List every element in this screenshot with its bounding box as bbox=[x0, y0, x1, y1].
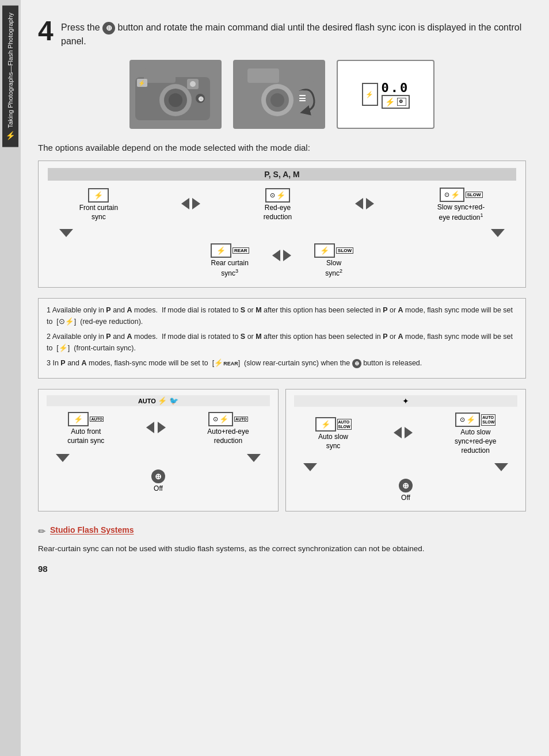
svg-point-6 bbox=[190, 81, 196, 87]
arrow-3 bbox=[272, 250, 292, 264]
arrow-1 bbox=[181, 198, 201, 212]
auto-red-eye-label: Auto+red-eyereduction bbox=[207, 427, 249, 445]
auto-front-curtain: ⚡ AUTO Auto frontcurtain sync bbox=[67, 412, 104, 445]
mode-table-header: P, S, A, M bbox=[48, 168, 516, 181]
auto-left-off-icon: ⊕ bbox=[151, 469, 165, 483]
auto-label-1: AUTO bbox=[90, 417, 104, 422]
images-row: ⊕ ⚡ ☰ bbox=[38, 60, 526, 129]
auto-tables-row: AUTO ⚡ 🐦 ⚡ AUTO Auto frontcurtain sync bbox=[38, 389, 526, 511]
camera-image-2: ☰ bbox=[233, 60, 325, 129]
auto-table-right-header: ✦ bbox=[294, 395, 517, 407]
auto-left-down-1 bbox=[56, 454, 70, 464]
mode-table: P, S, A, M ⚡ Front curtainsync ⊙⚡ Red-ey… bbox=[38, 161, 526, 288]
front-curtain-icon: ⚡ bbox=[88, 188, 109, 203]
svg-point-15 bbox=[270, 93, 284, 107]
svg-rect-1 bbox=[144, 68, 176, 83]
svg-text:☰: ☰ bbox=[299, 94, 306, 103]
red-eye-icon: ⊙⚡ bbox=[265, 188, 290, 203]
svg-rect-12 bbox=[247, 68, 279, 83]
svg-text:⊕: ⊕ bbox=[198, 95, 204, 103]
sidebar-label: Taking Photographs—Flash Photography bbox=[7, 13, 14, 128]
auto-left-off-label: Off bbox=[154, 484, 163, 494]
auto-left-down-2 bbox=[247, 454, 261, 464]
auto-red-eye-icon: ⊙⚡ bbox=[208, 412, 233, 426]
sidebar-tab: ⚡ Taking Photographs—Flash Photography bbox=[2, 6, 18, 147]
footnote-3: 3 In P and A modes, flash-sync mode will… bbox=[47, 357, 517, 369]
slow-red-eye-icon: ⊙⚡ bbox=[440, 188, 464, 202]
bolt-icon: ⚡ bbox=[6, 131, 15, 140]
sync-row-top: ⚡ Front curtainsync ⊙⚡ Red-eyereduction bbox=[48, 188, 516, 222]
down-arrow-2 bbox=[491, 229, 505, 239]
sidebar: ⚡ Taking Photographs—Flash Photography bbox=[0, 0, 21, 756]
auto-arrow-1 bbox=[146, 422, 166, 436]
svg-text:⚡: ⚡ bbox=[138, 79, 146, 87]
auto-right-off-icon: ⊕ bbox=[399, 479, 413, 492]
auto-right-off: ⊕ Off bbox=[399, 479, 413, 503]
options-text: The options available depend on the mode… bbox=[38, 143, 526, 152]
footnote-1: 1 Available only in P and A modes. If mo… bbox=[47, 304, 517, 327]
auto-table-left-header: AUTO ⚡ 🐦 bbox=[47, 395, 270, 406]
step-header: 4 Press the ⊕ button and rotate the main… bbox=[38, 17, 526, 48]
sync-item-slow-red: ⊙⚡ SLOW Slow sync+red-eye reduction1 bbox=[437, 188, 485, 222]
page-number: 98 bbox=[38, 564, 526, 574]
auto-front-icon: ⚡ bbox=[68, 412, 89, 426]
auto-slow-sync: ⚡ AUTO SLOW Auto slowsync bbox=[315, 417, 352, 450]
auto-slow-red-eye: ⊙⚡ AUTO SLOW Auto slowsync+red-eyereduct… bbox=[455, 413, 496, 455]
auto-right-down-1 bbox=[303, 463, 317, 473]
rear-curtain-icon: ⚡ bbox=[211, 243, 231, 258]
main-content: 4 Press the ⊕ button and rotate the main… bbox=[21, 0, 549, 756]
auto-left-off: ⊕ Off bbox=[151, 469, 165, 494]
front-curtain-label: Front curtainsync bbox=[79, 204, 118, 222]
svg-point-4 bbox=[169, 93, 182, 107]
camera-svg-1: ⊕ ⚡ bbox=[132, 63, 219, 126]
auto-slow-red-icon: ⊙⚡ bbox=[455, 413, 480, 427]
auto-right-top-row: ⚡ AUTO SLOW Auto slowsync bbox=[294, 413, 517, 455]
auto-table-right: ✦ ⚡ AUTO SLOW Auto slowsync bbox=[285, 389, 526, 511]
camera-svg-2: ☰ bbox=[236, 63, 322, 126]
auto-right-off-label: Off bbox=[401, 494, 410, 503]
sync-row-bottom: ⚡ REAR Rear curtainsync3 ⚡ SLOW Slowsyn bbox=[48, 243, 516, 278]
step-text: Press the ⊕ button and rotate the main c… bbox=[61, 17, 526, 48]
auto-left-down-arrows bbox=[47, 450, 270, 467]
auto-arrow-2 bbox=[394, 427, 413, 441]
rear-curtain-label: Rear curtainsync3 bbox=[211, 259, 249, 278]
auto-right-off-row: ⊕ Off bbox=[294, 479, 517, 503]
slow-label-text: Slowsync2 bbox=[325, 259, 342, 278]
auto-front-label: Auto frontcurtain sync bbox=[67, 427, 104, 445]
studio-body: Rear-curtain sync can not be used with s… bbox=[38, 543, 526, 555]
sync-item-rear-curtain: ⚡ REAR Rear curtainsync3 bbox=[211, 243, 249, 278]
control-panel-display: ⚡ 0.0 ⚡ ⚙ bbox=[337, 60, 434, 129]
auto-table-left: AUTO ⚡ 🐦 ⚡ AUTO Auto frontcurtain sync bbox=[38, 389, 279, 511]
step-number: 4 bbox=[38, 17, 56, 45]
camera-image-1: ⊕ ⚡ bbox=[129, 60, 222, 129]
auto-slow-red-label: Auto slowsync+red-eyereduction bbox=[455, 428, 496, 455]
studio-note: ✏ Studio Flash Systems bbox=[38, 525, 526, 537]
sync-item-front-curtain: ⚡ Front curtainsync bbox=[79, 188, 118, 222]
auto-left-top-row: ⚡ AUTO Auto frontcurtain sync ⊙⚡ bbox=[47, 412, 270, 445]
rear-label: REAR bbox=[232, 247, 249, 254]
sync-item-red-eye: ⊙⚡ Red-eyereduction bbox=[264, 188, 292, 222]
auto-right-down-2 bbox=[494, 463, 508, 473]
sync-item-slow: ⚡ SLOW Slowsync2 bbox=[314, 243, 353, 278]
auto-label-2: AUTO bbox=[234, 417, 248, 422]
step-text-before: Press the bbox=[61, 22, 100, 32]
slow-red-label: Slow sync+red-eye reduction1 bbox=[437, 203, 485, 222]
step-button-icon: ⊕ bbox=[102, 22, 115, 35]
auto-slow-icon: ⚡ bbox=[315, 417, 336, 432]
slow-label-1: SLOW bbox=[466, 192, 483, 198]
red-eye-label: Red-eyereduction bbox=[264, 204, 292, 222]
footnote-2: 2 Available only in P and A modes. If mo… bbox=[47, 331, 517, 354]
auto-left-off-row: ⊕ Off bbox=[47, 469, 270, 494]
slow-label-2: SLOW bbox=[336, 247, 353, 254]
auto-slow-label: Auto slowsync bbox=[318, 433, 348, 450]
auto-red-eye: ⊙⚡ AUTO Auto+red-eyereduction bbox=[207, 412, 249, 445]
pencil-icon: ✏ bbox=[38, 526, 45, 537]
auto-right-down-arrows bbox=[294, 460, 517, 476]
down-arrow-1 bbox=[59, 229, 73, 239]
footnotes-box: 1 Available only in P and A modes. If mo… bbox=[38, 298, 526, 379]
down-arrows-row bbox=[48, 227, 516, 241]
slow-icon: ⚡ bbox=[314, 243, 335, 258]
step-text-after: button and rotate the main command dial … bbox=[61, 22, 521, 46]
arrow-2 bbox=[355, 198, 375, 212]
studio-title: Studio Flash Systems bbox=[50, 525, 134, 534]
